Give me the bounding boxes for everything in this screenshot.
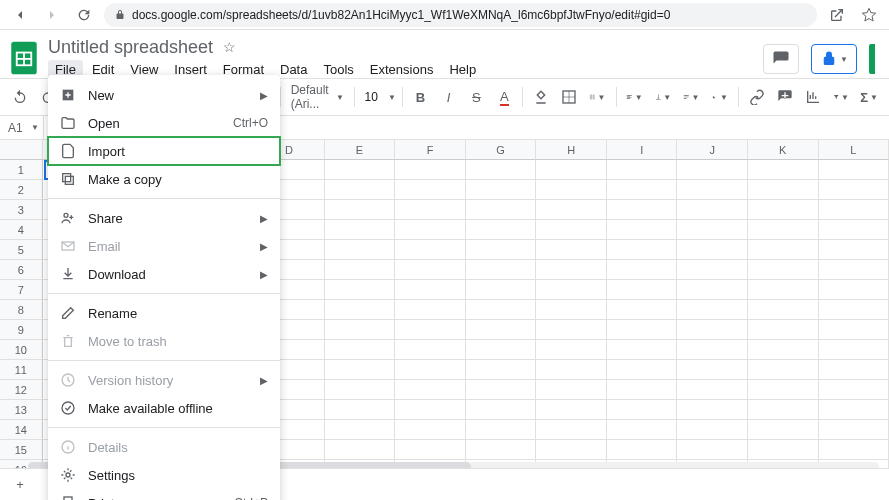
cell[interactable] bbox=[748, 160, 819, 180]
cell[interactable] bbox=[607, 380, 678, 400]
cell[interactable] bbox=[536, 220, 607, 240]
cell[interactable] bbox=[466, 400, 537, 420]
row-header[interactable]: 12 bbox=[0, 380, 43, 400]
cell[interactable] bbox=[395, 180, 466, 200]
strike-button[interactable]: S bbox=[464, 84, 488, 110]
menu-settings[interactable]: Settings bbox=[48, 461, 280, 489]
cell[interactable] bbox=[466, 420, 537, 440]
cell[interactable] bbox=[466, 260, 537, 280]
cell[interactable] bbox=[607, 200, 678, 220]
row-header[interactable]: 7 bbox=[0, 280, 43, 300]
filter-button[interactable]: ▼ bbox=[829, 84, 853, 110]
cell[interactable] bbox=[819, 420, 889, 440]
cell[interactable] bbox=[536, 160, 607, 180]
cell[interactable] bbox=[466, 340, 537, 360]
cell[interactable] bbox=[395, 240, 466, 260]
cell[interactable] bbox=[677, 280, 748, 300]
menu-import[interactable]: Import bbox=[48, 137, 280, 165]
cell[interactable] bbox=[466, 220, 537, 240]
cell[interactable] bbox=[819, 180, 889, 200]
cell[interactable] bbox=[536, 380, 607, 400]
cell[interactable] bbox=[607, 260, 678, 280]
cell[interactable] bbox=[395, 260, 466, 280]
menu-extensions[interactable]: Extensions bbox=[363, 60, 441, 79]
cell[interactable] bbox=[325, 200, 396, 220]
row-header[interactable]: 8 bbox=[0, 300, 43, 320]
doc-title[interactable]: Untitled spreadsheet bbox=[48, 37, 213, 58]
cell[interactable] bbox=[607, 240, 678, 260]
cell[interactable] bbox=[748, 200, 819, 220]
cell[interactable] bbox=[395, 380, 466, 400]
col-header[interactable]: J bbox=[677, 140, 748, 160]
cell[interactable] bbox=[748, 420, 819, 440]
cell[interactable] bbox=[677, 220, 748, 240]
bold-button[interactable]: B bbox=[408, 84, 432, 110]
cell[interactable] bbox=[748, 320, 819, 340]
cell[interactable] bbox=[466, 300, 537, 320]
menu-download[interactable]: Download▶ bbox=[48, 260, 280, 288]
cell[interactable] bbox=[607, 280, 678, 300]
italic-button[interactable]: I bbox=[436, 84, 460, 110]
undo-button[interactable] bbox=[8, 84, 32, 110]
cell[interactable] bbox=[748, 260, 819, 280]
cell[interactable] bbox=[819, 260, 889, 280]
menu-rename[interactable]: Rename bbox=[48, 299, 280, 327]
cell[interactable] bbox=[325, 380, 396, 400]
menu-offline[interactable]: Make available offline bbox=[48, 394, 280, 422]
menu-tools[interactable]: Tools bbox=[316, 60, 360, 79]
cell[interactable] bbox=[536, 400, 607, 420]
cell[interactable] bbox=[607, 160, 678, 180]
merge-button[interactable]: ▼ bbox=[585, 84, 609, 110]
col-header[interactable]: L bbox=[819, 140, 889, 160]
cell[interactable] bbox=[677, 260, 748, 280]
col-header[interactable]: K bbox=[748, 140, 819, 160]
cell[interactable] bbox=[748, 340, 819, 360]
cell[interactable] bbox=[748, 360, 819, 380]
name-box[interactable]: A1▼ bbox=[0, 116, 44, 139]
cell[interactable] bbox=[466, 440, 537, 460]
col-header[interactable]: H bbox=[536, 140, 607, 160]
cell[interactable] bbox=[819, 220, 889, 240]
cell[interactable] bbox=[748, 380, 819, 400]
cell[interactable] bbox=[677, 420, 748, 440]
menu-make-copy[interactable]: Make a copy bbox=[48, 165, 280, 193]
col-header[interactable]: I bbox=[607, 140, 678, 160]
cell[interactable] bbox=[536, 320, 607, 340]
cell[interactable] bbox=[677, 340, 748, 360]
cell[interactable] bbox=[325, 360, 396, 380]
star-icon[interactable]: ☆ bbox=[223, 39, 236, 55]
cell[interactable] bbox=[395, 340, 466, 360]
borders-button[interactable] bbox=[557, 84, 581, 110]
cell[interactable] bbox=[395, 220, 466, 240]
link-button[interactable] bbox=[745, 84, 769, 110]
row-header[interactable]: 5 bbox=[0, 240, 43, 260]
cell[interactable] bbox=[748, 180, 819, 200]
cell[interactable] bbox=[325, 420, 396, 440]
reload-button[interactable] bbox=[72, 2, 96, 28]
comment-insert-button[interactable] bbox=[773, 84, 797, 110]
account-avatar[interactable] bbox=[869, 44, 875, 74]
cell[interactable] bbox=[607, 360, 678, 380]
cell[interactable] bbox=[466, 360, 537, 380]
cell[interactable] bbox=[325, 320, 396, 340]
cell[interactable] bbox=[536, 260, 607, 280]
cell[interactable] bbox=[536, 180, 607, 200]
cell[interactable] bbox=[325, 260, 396, 280]
cell[interactable] bbox=[748, 240, 819, 260]
cell[interactable] bbox=[677, 400, 748, 420]
cell[interactable] bbox=[536, 280, 607, 300]
cell[interactable] bbox=[536, 440, 607, 460]
menu-print[interactable]: PrintCtrl+P bbox=[48, 489, 280, 500]
cell[interactable] bbox=[395, 300, 466, 320]
halign-button[interactable]: ▼ bbox=[622, 84, 646, 110]
menu-help[interactable]: Help bbox=[442, 60, 483, 79]
cell[interactable] bbox=[466, 380, 537, 400]
cell[interactable] bbox=[607, 180, 678, 200]
col-header[interactable]: F bbox=[395, 140, 466, 160]
cell[interactable] bbox=[325, 440, 396, 460]
cell[interactable] bbox=[748, 440, 819, 460]
menu-move-trash[interactable]: Move to trash bbox=[48, 327, 280, 355]
cell[interactable] bbox=[536, 360, 607, 380]
cell[interactable] bbox=[607, 440, 678, 460]
cell[interactable] bbox=[677, 180, 748, 200]
